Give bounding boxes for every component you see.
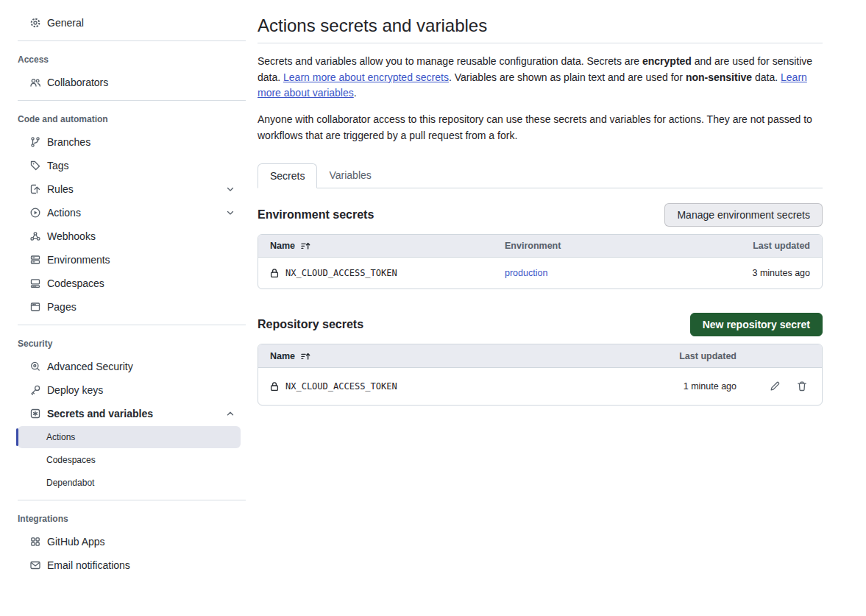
sidebar-item-label: Secrets and variables: [47, 408, 153, 419]
new-repository-secret-button[interactable]: New repository secret: [690, 313, 823, 336]
column-header-name[interactable]: Name: [270, 241, 505, 251]
intro-text-segment: .: [354, 87, 357, 99]
environment-link[interactable]: production: [505, 268, 547, 278]
environment-secrets-header-row: Environment secrets Manage environment s…: [258, 203, 823, 227]
sidebar-subitem-actions[interactable]: Actions: [18, 426, 241, 448]
sidebar-subitem-label: Dependabot: [46, 478, 94, 488]
settings-page: General Access Collaborators Code and au…: [0, 0, 866, 577]
sidebar-item-webhooks[interactable]: Webhooks: [0, 224, 246, 248]
sidebar-subitem-dependabot[interactable]: Dependabot: [18, 472, 241, 494]
column-header-last-updated: Last updated: [679, 351, 737, 361]
mail-icon: [29, 559, 41, 571]
intro-text-segment: . Variables are shown as plain text and …: [449, 71, 686, 83]
sidebar-item-label: GitHub Apps: [47, 536, 105, 548]
tab-secrets[interactable]: Secrets: [258, 163, 317, 188]
manage-environment-secrets-button[interactable]: Manage environment secrets: [664, 203, 823, 227]
page-title: Actions secrets and variables: [258, 0, 823, 43]
intro-paragraph-2: Anyone with collaborator access to this …: [258, 112, 823, 144]
intro-text-segment: Secrets and variables allow you to manag…: [258, 55, 642, 67]
last-updated-value: 3 minutes ago: [752, 268, 810, 278]
codespaces-icon: [29, 277, 41, 289]
play-circle-icon: [29, 207, 41, 219]
sidebar-item-label: Environments: [47, 254, 110, 266]
intro-bold-non-sensitive: non-sensitive: [686, 71, 752, 83]
sidebar-item-label: Email notifications: [47, 559, 130, 571]
sidebar-item-advanced-security[interactable]: Advanced Security: [0, 355, 246, 378]
chevron-down-icon: [225, 184, 235, 194]
sidebar-item-label: Branches: [47, 136, 90, 148]
sidebar-item-label: Advanced Security: [47, 361, 133, 372]
repository-secrets-table: Name Last updated: [258, 344, 823, 406]
intro-paragraph-1: Secrets and variables allow you to manag…: [258, 54, 823, 102]
sidebar-section-security: Security: [0, 331, 246, 355]
chevron-down-icon: [225, 208, 235, 218]
column-header-name[interactable]: Name: [270, 351, 679, 361]
sidebar-divider: [18, 40, 246, 41]
row-actions: [737, 380, 810, 392]
rules-icon: [29, 183, 41, 195]
sidebar-section-integrations: Integrations: [0, 506, 246, 530]
learn-more-encrypted-secrets-link[interactable]: Learn more about encrypted secrets: [283, 71, 449, 83]
sidebar-item-tags[interactable]: Tags: [0, 154, 246, 177]
intro-bold-encrypted: encrypted: [642, 55, 692, 67]
column-header-label: Name: [270, 241, 295, 251]
column-header-last-updated: Last updated: [753, 241, 810, 251]
sort-ascending-icon: [300, 241, 310, 251]
people-icon: [29, 77, 41, 88]
environment-secrets-table-header: Name Environment Last updated: [258, 235, 822, 258]
sidebar-item-label: Collaborators: [47, 77, 108, 88]
sidebar-item-general[interactable]: General: [0, 11, 246, 35]
sidebar-item-email-notifications[interactable]: Email notifications: [0, 553, 246, 577]
sidebar-item-label: Actions: [47, 207, 81, 219]
column-header-label: Name: [270, 351, 295, 361]
sidebar-divider: [18, 100, 246, 101]
sidebar-item-environments[interactable]: Environments: [0, 248, 246, 272]
webhook-icon: [29, 230, 41, 242]
sidebar-item-label: Webhooks: [47, 230, 96, 242]
main-content: Actions secrets and variables Secrets an…: [258, 0, 823, 577]
sidebar-item-actions[interactable]: Actions: [0, 201, 246, 224]
edit-pencil-icon[interactable]: [769, 380, 781, 392]
tab-variables[interactable]: Variables: [317, 163, 383, 188]
table-row: NX_CLOUD_ACCESS_TOKEN 1 minute ago: [258, 368, 822, 405]
gear-icon: [29, 17, 41, 29]
sidebar-item-label: Deploy keys: [47, 384, 103, 396]
sidebar-item-pages[interactable]: Pages: [0, 295, 246, 319]
codescan-icon: [29, 361, 41, 372]
sidebar-section-code-automation: Code and automation: [0, 107, 246, 130]
secret-name-cell: NX_CLOUD_ACCESS_TOKEN: [270, 268, 505, 278]
sidebar-divider: [18, 325, 246, 325]
sidebar-item-label: Codespaces: [47, 277, 104, 289]
key-icon: [29, 384, 41, 396]
delete-trash-icon[interactable]: [796, 380, 808, 392]
repository-secrets-heading: Repository secrets: [258, 318, 363, 331]
sidebar-subitem-codespaces[interactable]: Codespaces: [18, 449, 241, 471]
sidebar-subitem-label: Actions: [46, 432, 75, 442]
tag-icon: [29, 160, 41, 171]
sidebar-item-secrets-and-variables[interactable]: Secrets and variables: [0, 402, 246, 425]
environment-secrets-table: Name Environment Last updated: [258, 234, 823, 289]
sidebar-item-codespaces[interactable]: Codespaces: [0, 272, 246, 295]
table-row: NX_CLOUD_ACCESS_TOKEN production 3 minut…: [258, 258, 822, 288]
apps-icon: [29, 536, 41, 548]
sidebar-item-branches[interactable]: Branches: [0, 130, 246, 154]
sidebar-item-github-apps[interactable]: GitHub Apps: [0, 530, 246, 553]
lock-icon: [270, 268, 279, 278]
browser-icon: [29, 301, 41, 313]
sort-ascending-icon: [300, 351, 310, 361]
server-icon: [29, 254, 41, 266]
secret-name-cell: NX_CLOUD_ACCESS_TOKEN: [270, 381, 684, 392]
sidebar-item-rules[interactable]: Rules: [0, 177, 246, 201]
settings-sidebar: General Access Collaborators Code and au…: [0, 0, 246, 577]
sidebar-item-label: General: [47, 17, 84, 29]
lock-icon: [270, 381, 279, 392]
secret-name: NX_CLOUD_ACCESS_TOKEN: [285, 381, 397, 392]
sidebar-item-label: Tags: [47, 160, 69, 171]
repository-secrets-header-row: Repository secrets New repository secret: [258, 313, 823, 336]
branch-icon: [29, 136, 41, 148]
repository-secrets-table-header: Name Last updated: [258, 344, 822, 368]
asterisk-box-icon: [29, 408, 41, 419]
intro-text-segment: data.: [752, 71, 781, 83]
sidebar-item-collaborators[interactable]: Collaborators: [0, 71, 246, 94]
sidebar-item-deploy-keys[interactable]: Deploy keys: [0, 378, 246, 402]
